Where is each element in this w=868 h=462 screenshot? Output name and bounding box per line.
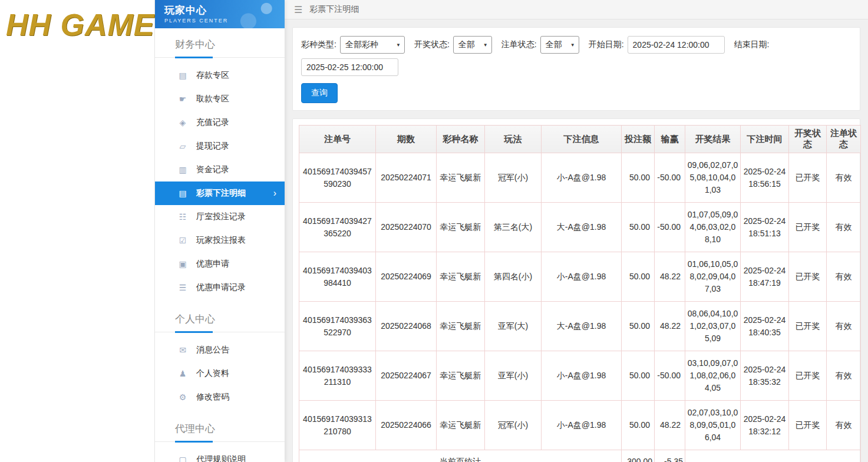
cell-result: 03,10,09,07,01,08,02,06,04,05 [685,351,741,401]
sidebar-section-agent: 代理中心 ▢ 代理规则说明 ▦ 代理团队统计 [155,412,285,462]
sidebar-header: 玩家中心 PLAYERS CENTER [155,0,285,28]
sidebar-item-label: 资金记录 [196,164,229,175]
chevron-right-icon: › [273,188,276,199]
cell-draw-status: 已开奖 [789,153,827,203]
sidebar-item-label: 充值记录 [196,117,229,128]
summary-amount: 300.00 [622,450,655,462]
bet-status-select[interactable]: 全部 ▼ [540,36,579,54]
cell-period: 20250224068 [376,302,437,351]
cell-play: 第四名(小) [485,252,542,302]
cell-bet-time: 2025-02-24 18:35:32 [741,351,789,401]
sidebar-item-label: 玩家投注报表 [196,235,246,246]
th-win-loss: 输赢 [655,126,685,153]
cell-bet-time: 2025-02-24 18:40:35 [741,302,789,351]
cell-bet-status: 有效 [827,351,861,401]
cell-bet-time: 2025-02-24 18:32:12 [741,401,789,450]
withdrawal-record-icon: ▱ [177,141,188,151]
cell-bet-info: 小-A盘@1.98 [542,401,622,450]
menu-toggle-icon[interactable]: ☰ [294,4,302,15]
sidebar-item-change-password[interactable]: ⚙ 修改密码 [155,385,285,409]
sidebar-item-agent-rules[interactable]: ▢ 代理规则说明 [155,448,285,462]
bet-status-value: 全部 [546,39,562,50]
sidebar-item-label: 厅室投注记录 [196,212,246,222]
sidebar-item-recharge-records[interactable]: ◈ 充值记录 [155,111,285,134]
cell-lottery-name: 幸运飞艇新 [437,203,485,252]
cell-bet-time: 2025-02-24 18:56:15 [741,153,789,203]
sidebar-item-deposit[interactable]: ▤ 存款专区 [155,64,285,87]
cell-bet-no: 401569174039457590230 [299,153,376,203]
cell-lottery-name: 幸运飞艇新 [437,351,485,401]
start-date-input[interactable] [628,36,725,54]
th-bet-time: 下注时间 [741,126,789,153]
end-date-input[interactable] [301,58,398,76]
sidebar-item-profile[interactable]: ♟ 个人资料 [155,362,285,385]
sidebar-item-player-bet-report[interactable]: ☑ 玩家投注报表 [155,229,285,252]
recharge-record-icon: ◈ [177,118,188,127]
th-amount: 投注额 [622,126,655,153]
cell-bet-info: 大-A盘@1.98 [542,302,622,351]
table-row: 401569174039363522970 20250224068 幸运飞艇新 … [299,302,861,351]
cell-draw-status: 已开奖 [789,351,827,401]
sidebar-item-lottery-bet-details[interactable]: ▤ 彩票下注明细 › [155,182,285,205]
sidebar-item-promo-apply-records[interactable]: ☰ 优惠申请记录 [155,276,285,299]
sidebar-item-label: 取款专区 [196,94,229,104]
lottery-type-value: 全部彩种 [345,39,378,50]
deposit-icon: ▤ [177,71,188,80]
logo-area: HH GAME [0,0,155,462]
cell-result: 01,07,05,09,04,06,03,02,08,10 [685,203,741,252]
cell-win-loss: 48.22 [655,302,685,351]
cell-lottery-name: 幸运飞艇新 [437,302,485,351]
message-bell-icon: ✉ [177,345,188,355]
cell-draw-status: 已开奖 [789,302,827,351]
th-period: 期数 [376,126,437,153]
bet-records-table-card: 注单号 期数 彩种名称 玩法 下注信息 投注额 输赢 开奖结果 下注时间 开奖状… [292,118,860,462]
search-button[interactable]: 查询 [301,83,338,103]
lottery-type-label: 彩种类型: [301,39,336,50]
topbar: ☰ 彩票下注明细 [285,0,868,19]
cell-play: 亚军(大) [485,302,542,351]
withdraw-icon: ☛ [177,94,188,104]
cell-bet-time: 2025-02-24 18:47:19 [741,252,789,302]
section-title-personal: 个人中心 [155,303,285,332]
cell-bet-status: 有效 [827,153,861,203]
cell-amount: 50.00 [622,153,655,203]
sidebar-item-label: 提现记录 [196,141,229,151]
sidebar-item-room-bet-records[interactable]: ☷ 厅室投注记录 [155,205,285,229]
sidebar-section-personal: 个人中心 ✉ 消息公告 ♟ 个人资料 ⚙ 修改密码 [155,303,285,412]
cell-draw-status: 已开奖 [789,252,827,302]
cell-play: 亚军(小) [485,351,542,401]
sidebar-item-label: 代理规则说明 [196,454,246,462]
page-title: 彩票下注明细 [309,4,359,15]
agent-rules-icon: ▢ [177,455,188,462]
cell-bet-no: 401569174039333211310 [299,351,376,401]
lottery-type-select[interactable]: 全部彩种 ▼ [340,36,405,54]
cell-play: 第三名(大) [485,203,542,252]
cell-amount: 50.00 [622,401,655,450]
draw-status-select[interactable]: 全部 ▼ [453,36,492,54]
cell-win-loss: -50.00 [655,351,685,401]
cell-bet-status: 有效 [827,401,861,450]
sidebar-item-messages[interactable]: ✉ 消息公告 [155,338,285,362]
cell-bet-status: 有效 [827,252,861,302]
sidebar-item-promo-apply[interactable]: ▣ 优惠申请 [155,252,285,276]
cell-play: 冠军(小) [485,401,542,450]
table-row: 401569174039333211310 20250224067 幸运飞艇新 … [299,351,861,401]
cell-period: 20250224070 [376,203,437,252]
players-center-subtitle: PLAYERS CENTER [164,18,285,24]
cell-result: 01,06,10,05,08,02,09,04,07,03 [685,252,741,302]
page-root: HH GAME 玩家中心 PLAYERS CENTER 财务中心 ▤ 存款专区 … [0,0,868,462]
cell-amount: 50.00 [622,252,655,302]
sidebar-item-label: 修改密码 [196,392,229,402]
table-header-row: 注单号 期数 彩种名称 玩法 下注信息 投注额 输赢 开奖结果 下注时间 开奖状… [299,126,861,153]
sidebar-item-withdrawal-records[interactable]: ▱ 提现记录 [155,134,285,158]
cell-result: 02,07,03,10,08,09,05,01,06,04 [685,401,741,450]
sidebar-item-withdraw[interactable]: ☛ 取款专区 [155,87,285,111]
sidebar-item-label: 彩票下注明细 [196,188,246,199]
chevron-down-icon: ▼ [396,42,401,48]
cell-lottery-name: 幸运飞艇新 [437,153,485,203]
brand-logo: HH GAME [6,7,155,42]
sidebar-item-funds-records[interactable]: ▥ 资金记录 [155,158,285,182]
th-lottery-name: 彩种名称 [437,126,485,153]
player-bet-report-icon: ☑ [177,236,188,245]
section-title-finance: 财务中心 [155,28,285,58]
